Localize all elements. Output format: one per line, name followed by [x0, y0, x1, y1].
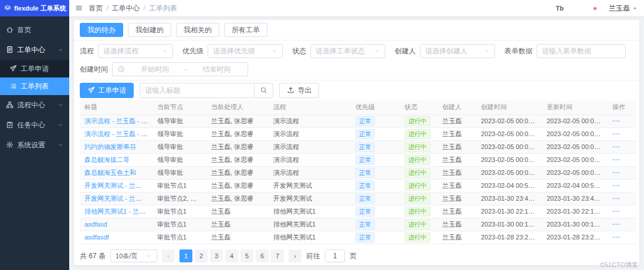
node-cell: 领导审批 — [152, 166, 206, 179]
filter-flow: 流程 请选择流程 — [80, 44, 173, 58]
ticket-title-link[interactable]: 森总舰海五色土和 — [84, 169, 136, 176]
page-button-3[interactable]: 3 — [210, 249, 223, 262]
ticket-title-link[interactable]: 趵趵的德发斯蒂芬 — [84, 143, 136, 150]
start-time-placeholder: 开始时间 — [128, 65, 181, 75]
form-data-input[interactable] — [542, 47, 621, 55]
updated-time-cell: 2023-02-05 00:03:42 — [542, 153, 608, 166]
flow-filter-label: 流程 — [80, 46, 94, 56]
table-row: 排他网关测试1 - 兰玉磊 - 16750691...审批节点1兰玉磊排他网关测… — [80, 205, 636, 218]
ticket-title-link[interactable]: 演示流程 - 兰玉磊 - 1675526640 — [84, 130, 152, 137]
table-row: 开发网关测试 - 兰玉磊 - 1675093762审批节点2, 审批节点3兰玉磊… — [80, 192, 636, 205]
more-actions-button[interactable]: ··· — [612, 182, 621, 189]
ticket-title-link[interactable]: asdfasdf — [84, 234, 109, 241]
more-actions-button[interactable]: ··· — [612, 195, 621, 202]
export-button[interactable]: 导出 — [279, 83, 319, 98]
jump-page-input[interactable] — [325, 249, 345, 262]
sidebar-item-system-settings[interactable]: 系统设置 — [0, 135, 69, 155]
filter-panel: 流程 请选择流程 优先级 请选择优先级 — [74, 41, 639, 80]
ticket-title-link[interactable]: 开发网关测试 - 兰玉磊 - 1675443218 — [84, 182, 152, 189]
flow-cell: 开发网关测试 — [269, 179, 351, 192]
page-button-1[interactable]: 1 — [179, 249, 192, 262]
node-cell: 审批节点1 — [152, 179, 206, 192]
document-icon — [6, 46, 13, 53]
more-actions-button[interactable]: ··· — [612, 234, 621, 241]
brand-icon — [4, 5, 11, 12]
ticket-table: 标题当前节点当前处理人流程优先级状态创建人创建时间更新时间操作 演示流程 - 兰… — [74, 100, 639, 247]
search-input[interactable] — [145, 86, 249, 95]
user-menu[interactable]: 兰玉磊 — [609, 4, 638, 14]
sidebar-item-ticket-center[interactable]: 工单中心 — [0, 40, 69, 60]
create-time-range-picker[interactable]: 开始时间 - 结束时间 — [112, 62, 248, 76]
ticket-title-link[interactable]: 排他网关测试1 - 兰玉磊 - 16750691... — [84, 208, 152, 215]
handlers-cell: 兰玉磊 — [206, 218, 269, 231]
more-actions-button[interactable]: ··· — [612, 143, 621, 150]
tab-my-related[interactable]: 我相关的 — [176, 23, 219, 37]
node-cell: 审批节点1 — [152, 231, 206, 244]
status-select[interactable]: 请选择工单状态 — [310, 44, 385, 58]
tab-all-tickets[interactable]: 所有工单 — [224, 23, 267, 37]
page-button-6[interactable]: 6 — [256, 249, 269, 262]
priority-tag: 正常 — [355, 194, 375, 204]
created-time-cell: 2023-01-30 23:49:24 — [476, 192, 542, 205]
priority-tag: 正常 — [355, 181, 375, 191]
page-button-7[interactable]: 7 — [271, 249, 284, 262]
ticket-title-link[interactable]: asdfasd — [84, 221, 107, 228]
column-header: 当前节点 — [152, 100, 206, 114]
breadcrumb-item[interactable]: 工单中心 — [112, 4, 140, 14]
sidebar-item-ticket-apply[interactable]: 工单申请 — [0, 60, 69, 77]
ticket-title-link[interactable]: 演示流程 - 兰玉磊 - 1675526658 — [84, 117, 152, 124]
flow-cell: 演示流程 — [269, 114, 351, 127]
ticket-title-link[interactable]: 森总舰海拔二哥 — [84, 156, 130, 163]
more-actions-button[interactable]: ··· — [612, 117, 621, 124]
more-actions-button[interactable]: ··· — [612, 169, 621, 176]
ticket-title-link[interactable]: 开发网关测试 - 兰玉磊 - 1675093762 — [84, 195, 152, 202]
priority-select[interactable]: 请选择优先级 — [208, 44, 283, 58]
updated-time-cell: 2023-02-04 00:53:40 — [542, 179, 608, 192]
handlers-cell: 兰玉磊 — [206, 231, 269, 244]
priority-tag: 正常 — [355, 168, 375, 178]
apply-ticket-label: 工单申请 — [98, 86, 126, 96]
sidebar-item-ticket-list[interactable]: 工单列表 — [0, 77, 69, 95]
sidebar-item-flow-center[interactable]: 流程中心 — [0, 95, 69, 115]
text-size-icon[interactable]: Tb — [556, 5, 564, 12]
column-header: 标题 — [80, 100, 152, 114]
table-row: asdfasd审批节点1兰玉磊排他网关测试1正常进行中兰玉磊2023-01-30… — [80, 218, 636, 231]
chevron-down-icon — [162, 48, 168, 54]
updated-time-cell: 2023-02-05 00:04:13 — [542, 127, 608, 140]
sidebar-item-label: 任务中心 — [17, 120, 45, 130]
tab-my-created[interactable]: 我创建的 — [128, 23, 171, 37]
more-actions-button[interactable]: ··· — [612, 130, 621, 137]
page-button-5[interactable]: 5 — [240, 249, 253, 262]
more-actions-button[interactable]: ··· — [612, 156, 621, 163]
handlers-cell: 兰玉磊, 张思睿 — [206, 192, 269, 205]
breadcrumb-item[interactable]: 首页 — [89, 4, 103, 14]
creator-cell: 兰玉磊 — [438, 114, 476, 127]
apply-ticket-button[interactable]: 工单申请 — [80, 83, 134, 98]
prev-page-button[interactable]: ‹ — [162, 249, 175, 262]
sidebar-item-task-center[interactable]: 任务中心 — [0, 115, 69, 135]
flow-select-placeholder: 请选择流程 — [103, 46, 138, 56]
search-button[interactable] — [255, 83, 273, 98]
title-cell: asdfasd — [80, 218, 152, 231]
creator-cell: 兰玉磊 — [438, 127, 476, 140]
flow-cell: 演示流程 — [269, 166, 351, 179]
column-header: 优先级 — [351, 100, 400, 114]
export-label: 导出 — [297, 86, 311, 96]
tab-my-todo[interactable]: 我的待办 — [80, 23, 123, 37]
actions-cell: ··· — [608, 114, 636, 127]
creator-select[interactable]: 请选择创建人 — [420, 44, 495, 58]
page-button-2[interactable]: 2 — [195, 249, 208, 262]
page-button-4[interactable]: 4 — [225, 249, 238, 262]
more-actions-button[interactable]: ··· — [612, 221, 621, 228]
status-select-placeholder: 请选择工单状态 — [316, 46, 365, 56]
next-page-button[interactable]: › — [289, 249, 301, 262]
task-icon — [6, 121, 13, 129]
table-row: 趵趵的德发斯蒂芬领导审批兰玉磊, 张思睿演示流程正常进行中兰玉磊2023-02-… — [80, 140, 636, 153]
page-size-select[interactable]: 10条/页 — [110, 249, 157, 262]
more-actions-button[interactable]: ··· — [612, 208, 621, 215]
sidebar-item-home[interactable]: 首页 — [0, 20, 69, 40]
created-time-cell: 2023-02-05 00:03:28 — [476, 166, 542, 179]
flow-select[interactable]: 请选择流程 — [98, 44, 173, 58]
hamburger-icon[interactable] — [75, 4, 83, 12]
priority-cell: 正常 — [351, 218, 400, 231]
